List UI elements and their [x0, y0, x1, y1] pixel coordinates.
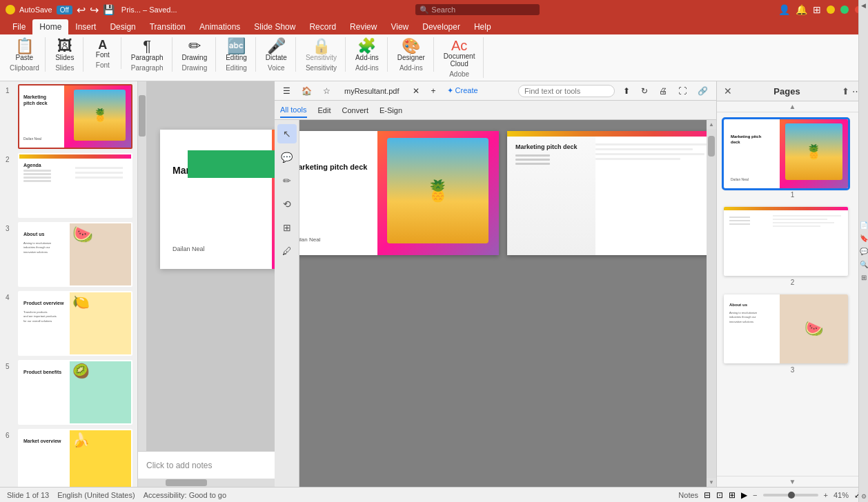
minimize-button[interactable] [6, 5, 15, 14]
right-nav-page[interactable]: 📄 [860, 221, 868, 229]
drawing-button[interactable]: ✏ Drawing [179, 37, 210, 63]
tab-help[interactable]: Help [467, 19, 498, 34]
pdf-star-icon[interactable]: ☆ [320, 85, 333, 97]
tab-view[interactable]: View [384, 19, 415, 34]
paragraph-button[interactable]: ¶ Paragraph [128, 37, 166, 63]
pdf-toolbar-icon4[interactable]: ⛶ [675, 85, 689, 97]
pdf-tab-alltools[interactable]: All tools [280, 103, 307, 118]
pdf-select-tool[interactable]: ↖ [277, 124, 297, 143]
slide-item-2[interactable]: 2 Agenda [6, 153, 132, 218]
pdf-measure-tool[interactable]: ⊞ [277, 218, 297, 237]
designer-button[interactable]: 🎨 Designer [395, 37, 428, 63]
page-thumb-item-1[interactable]: 🍍 Marketing pitchdeck Dailan Neal 1 [724, 119, 861, 199]
dictate-button[interactable]: 🎤 Dictate [263, 37, 290, 63]
pdf-scroll-down[interactable]: ▼ [707, 478, 716, 487]
redo-button[interactable]: ↪ [90, 3, 99, 17]
pdf-toolbar-icon2[interactable]: ↻ [638, 85, 651, 97]
grid-view-button[interactable]: ⊞ [729, 490, 736, 500]
zoom-slider[interactable] [763, 494, 818, 496]
paste-button[interactable]: 📋 Paste [12, 37, 37, 63]
notification-icon[interactable]: 🔔 [796, 4, 807, 15]
slide-thumb-4[interactable]: 🍋 Product overview Transform productsand… [18, 291, 132, 356]
canvas-hscroll-thumb[interactable] [166, 479, 207, 486]
slide-thumb-5[interactable]: 🥝 Product benefits [18, 360, 132, 425]
pdf-stamp-tool[interactable]: 🖊 [277, 241, 297, 261]
slide-item-6[interactable]: 6 🍌 Market overview [6, 429, 132, 487]
slide-thumb-3[interactable]: 🍉 About us Aiming to revolutionizeindust… [18, 222, 132, 287]
zoom-thumb[interactable] [788, 492, 795, 499]
outline-view-button[interactable]: ⊡ [716, 490, 723, 500]
pdf-tab-esign[interactable]: E-Sign [379, 103, 402, 117]
slide-item-3[interactable]: 3 🍉 About us Aiming to revolutionizeindu… [6, 222, 132, 287]
pdf-home-icon[interactable]: 🏠 [299, 85, 315, 97]
right-nav-bookmark[interactable]: 🔖 [860, 234, 868, 242]
sensitivity-button[interactable]: 🔒 Sensitivity [303, 37, 339, 63]
pdf-scroll-thumb[interactable] [708, 136, 715, 157]
pdf-menu-button[interactable]: ☰ [280, 85, 293, 97]
page-thumb-item-3[interactable]: 🍉 About us Aiming to revolutionizeindust… [724, 294, 861, 374]
zoom-level[interactable]: 41% [834, 491, 849, 499]
tab-transition[interactable]: Transition [143, 19, 193, 34]
page-thumb-1[interactable]: 🍍 Marketing pitchdeck Dailan Neal [724, 119, 848, 188]
new-slide-button[interactable]: 🖼 Slides [52, 37, 77, 63]
user-avatar[interactable]: 👤 [778, 4, 790, 15]
right-nav-layer[interactable]: ⊞ [861, 274, 867, 281]
window-minimize-btn[interactable] [827, 6, 835, 14]
right-nav-comment[interactable]: 💬 [860, 248, 868, 255]
slide-item-5[interactable]: 5 🥝 Product benefits [6, 360, 132, 425]
pdf-tab-edit[interactable]: Edit [318, 103, 331, 117]
editing-button[interactable]: 🔤 Editing [223, 37, 250, 63]
pages-scroll-up[interactable]: ▲ [717, 101, 868, 112]
right-nav-search[interactable]: 🔍 [860, 261, 868, 268]
search-input[interactable] [415, 4, 540, 15]
pages-close-button[interactable]: ✕ [724, 86, 732, 97]
tab-design[interactable]: Design [103, 19, 142, 34]
page-thumb-3[interactable]: 🍉 About us Aiming to revolutionizeindust… [724, 294, 848, 363]
slide-thumb-2[interactable]: Agenda [18, 153, 132, 218]
notes-toggle[interactable]: Notes [678, 491, 698, 499]
window-maximize-btn[interactable] [840, 6, 849, 14]
slide-thumb-1[interactable]: Marketingpitch deck Dailan Neal 🍍 [18, 84, 132, 149]
canvas-vscroll[interactable] [138, 81, 146, 451]
page-thumb-item-2[interactable]: 2 [724, 207, 861, 286]
canvas-vscroll-thumb[interactable] [139, 95, 146, 137]
slide-notes[interactable]: Click to add notes [138, 451, 275, 479]
zoom-plus[interactable]: + [824, 491, 828, 499]
slide-thumb-6[interactable]: 🍌 Market overview [18, 429, 132, 487]
apps-icon[interactable]: ⊞ [813, 4, 821, 15]
tab-developer[interactable]: Developer [415, 19, 467, 34]
tab-file[interactable]: File [6, 19, 32, 34]
doccloud-button[interactable]: Ac DocumentCloud [441, 37, 478, 69]
normal-view-button[interactable]: ⊟ [704, 490, 711, 500]
page-thumb-2[interactable] [724, 207, 848, 276]
pdf-crop-tool[interactable]: ⟲ [277, 194, 297, 214]
pdf-draw-tool[interactable]: ✏ [277, 171, 297, 190]
tab-home[interactable]: Home [32, 19, 68, 34]
tab-insert[interactable]: Insert [68, 19, 103, 34]
font-button[interactable]: A Font [90, 37, 115, 60]
addins-button[interactable]: 🧩 Add-ins [353, 37, 382, 63]
tab-animations[interactable]: Animations [193, 19, 247, 34]
save-button[interactable]: 💾 [103, 4, 115, 15]
pdf-search-input[interactable] [518, 85, 615, 97]
pdf-toolbar-icon1[interactable]: ⬆ [620, 85, 633, 97]
canvas-hscroll[interactable] [138, 479, 275, 487]
tab-slideshow[interactable]: Slide Show [247, 19, 302, 34]
tab-record[interactable]: Record [302, 19, 343, 34]
pdf-scroll-up[interactable]: ▲ [707, 120, 716, 129]
autosave-toggle[interactable]: Off [57, 6, 72, 14]
pdf-vscroll[interactable]: ▲ ▼ [707, 120, 716, 487]
pdf-new-tab-icon[interactable]: + [428, 85, 438, 97]
pages-scroll-down[interactable]: ▼ [717, 476, 868, 487]
slide-item-1[interactable]: 1 Marketingpitch deck Dailan Neal 🍍 [6, 84, 132, 149]
pages-export-button[interactable]: ⬆ [842, 86, 849, 97]
presenter-view-button[interactable]: ▶ [741, 490, 747, 500]
tab-review[interactable]: Review [343, 19, 384, 34]
slide-item-4[interactable]: 4 🍋 Product overview Transform productsa… [6, 291, 132, 356]
pdf-comment-tool[interactable]: 💬 [277, 148, 297, 167]
undo-button[interactable]: ↩ [77, 3, 86, 17]
zoom-minus[interactable]: − [753, 491, 757, 499]
pdf-close-tab-icon[interactable]: ✕ [410, 85, 422, 97]
pdf-tab-convert[interactable]: Convert [342, 103, 369, 117]
pdf-toolbar-icon5[interactable]: 🔗 [695, 85, 711, 97]
